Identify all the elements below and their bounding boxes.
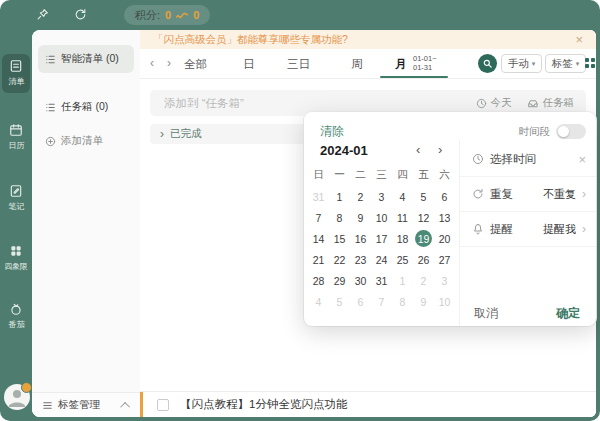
completed-section-toggle[interactable]: › 已完成 0 (150, 124, 327, 144)
new-task-input[interactable] (162, 96, 461, 110)
rail-item-quadrants[interactable]: 四象限 (2, 239, 30, 277)
chevron-left-icon[interactable]: ‹ (150, 56, 154, 70)
due-today-button[interactable]: 今天 (476, 96, 512, 110)
chevron-down-icon: ▾ (576, 60, 580, 68)
repeat-row[interactable]: 重复 不重复 › (460, 177, 596, 212)
search-button[interactable] (478, 54, 497, 73)
close-icon[interactable]: × (578, 153, 586, 166)
calendar-day[interactable]: 20 (436, 230, 453, 247)
calendar-day[interactable]: 4 (394, 188, 411, 205)
calendar-day[interactable]: 9 (352, 209, 369, 226)
calendar-day[interactable]: 31 (310, 188, 327, 205)
calendar-day[interactable]: 5 (415, 188, 432, 205)
next-month-button[interactable]: › (438, 142, 442, 157)
calendar-day[interactable]: 15 (331, 230, 348, 247)
calendar-day[interactable]: 2 (415, 272, 432, 289)
calendar-day[interactable]: 10 (436, 293, 453, 310)
calendar-day[interactable]: 1 (331, 188, 348, 205)
close-icon[interactable]: × (575, 33, 583, 46)
chevron-right-icon[interactable]: › (167, 56, 171, 70)
calendar-day[interactable]: 24 (373, 251, 390, 268)
calendar-day[interactable]: 17 (373, 230, 390, 247)
manual-sort-button[interactable]: 手动 ▾ (501, 54, 542, 73)
clear-button[interactable]: 清除 (320, 123, 344, 140)
add-list-button[interactable]: 添加清单 (38, 127, 134, 155)
calendar-day[interactable]: 27 (436, 251, 453, 268)
list-item-smart-lists[interactable]: 智能清单 (0) (38, 45, 134, 73)
weekday-label: 六 (439, 168, 450, 182)
calendar-day[interactable]: 7 (310, 209, 327, 226)
tab-month[interactable]: 月 (395, 57, 407, 72)
time-range-toggle[interactable] (556, 124, 586, 139)
calendar-day[interactable]: 18 (394, 230, 411, 247)
tab-day[interactable]: 日 (243, 57, 255, 72)
tab-three-day[interactable]: 三日 (287, 57, 310, 72)
prev-month-button[interactable]: ‹ (416, 142, 420, 157)
calendar-day[interactable]: 6 (352, 293, 369, 310)
calendar-day[interactable]: 3 (373, 188, 390, 205)
search-icon (482, 58, 493, 69)
tag-manage-row[interactable]: 标签管理 (32, 392, 140, 417)
tray-icon (527, 98, 539, 109)
select-time-row[interactable]: 选择时间 × (460, 142, 596, 177)
rail-item-label: 番茄 (8, 319, 24, 330)
calendar-day[interactable]: 8 (394, 293, 411, 310)
calendar-day[interactable]: 4 (310, 293, 327, 310)
refresh-icon[interactable] (74, 8, 87, 21)
view-tabbar: ‹ › 全部 日 三日 周 月 01-01~ 01-31 手动 ▾ (140, 49, 596, 79)
cancel-button[interactable]: 取消 (474, 305, 498, 322)
calendar-day[interactable]: 26 (415, 251, 432, 268)
target-list-button[interactable]: 任务箱 (527, 96, 575, 110)
calendar-day[interactable]: 30 (352, 272, 369, 289)
calendar-day[interactable]: 10 (373, 209, 390, 226)
confirm-button[interactable]: 确定 (556, 305, 580, 322)
popup-options: 选择时间 × 重复 不重复 › 提醒 提醒我 › (460, 142, 596, 247)
calendar-day[interactable]: 13 (436, 209, 453, 226)
calendar-day[interactable]: 25 (394, 251, 411, 268)
calendar-day[interactable]: 29 (331, 272, 348, 289)
calendar-day-selected[interactable]: 19 (415, 230, 432, 247)
calendar-day[interactable]: 23 (352, 251, 369, 268)
trend-icon (176, 11, 188, 20)
pin-icon[interactable] (36, 8, 49, 21)
grid-view-icon[interactable] (585, 58, 595, 68)
tag-filter-button[interactable]: 标签 ▾ (545, 54, 586, 73)
tab-all[interactable]: 全部 (184, 57, 207, 72)
calendar-day[interactable]: 6 (436, 188, 453, 205)
member-banner: 「闪点高级会员」都能尊享哪些专属功能? × (140, 30, 596, 49)
calendar-day[interactable]: 3 (436, 272, 453, 289)
tab-month-range[interactable]: 01-01~ 01-31 (413, 55, 437, 72)
calendar-day[interactable]: 8 (331, 209, 348, 226)
calendar-day[interactable]: 1 (394, 272, 411, 289)
calendar-day[interactable]: 11 (394, 209, 411, 226)
calendar-weekday-row: 日一二三四五六 (308, 168, 455, 182)
repeat-value: 不重复 (543, 187, 576, 202)
tutorial-task-row[interactable]: 【闪点教程】1分钟全览闪点功能 (140, 391, 596, 417)
nav-rail: 清单 日历 笔记 四象限 番茄 (0, 30, 32, 421)
banner-text: 「闪点高级会员」都能尊享哪些专属功能? (153, 33, 348, 47)
rail-item-calendar[interactable]: 日历 (2, 118, 30, 157)
rail-item-notes[interactable]: 笔记 (2, 179, 30, 218)
rail-item-pomodoro[interactable]: 番茄 (2, 297, 30, 336)
calendar-day[interactable]: 12 (415, 209, 432, 226)
points-badge[interactable]: 积分: 0 0 (124, 5, 210, 25)
date-picker-popup: 清除 时间段 2024-01 ‹ › 日一二三四五六 3112345678910… (304, 112, 596, 326)
rail-item-lists[interactable]: 清单 (2, 54, 30, 93)
calendar-day[interactable]: 21 (310, 251, 327, 268)
calendar-day[interactable]: 22 (331, 251, 348, 268)
avatar[interactable] (4, 384, 30, 410)
calendar-day[interactable]: 5 (331, 293, 348, 310)
list-item-task-box[interactable]: 任务箱 (0) (38, 93, 134, 121)
tab-week[interactable]: 周 (351, 57, 363, 72)
calendar-day[interactable]: 16 (352, 230, 369, 247)
rail-item-label: 清单 (8, 76, 24, 87)
calendar-day[interactable]: 9 (415, 293, 432, 310)
weekday-label: 一 (334, 168, 345, 182)
calendar-day[interactable]: 7 (373, 293, 390, 310)
task-checkbox[interactable] (157, 399, 169, 411)
calendar-day[interactable]: 14 (310, 230, 327, 247)
calendar-day[interactable]: 2 (352, 188, 369, 205)
calendar-day[interactable]: 31 (373, 272, 390, 289)
calendar-day[interactable]: 28 (310, 272, 327, 289)
remind-row[interactable]: 提醒 提醒我 › (460, 212, 596, 247)
